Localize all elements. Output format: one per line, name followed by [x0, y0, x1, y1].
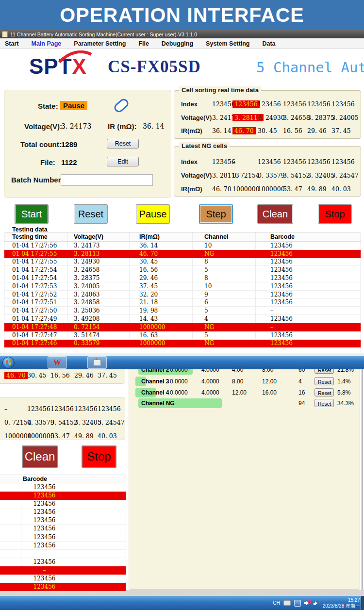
taskbar-middle: W [0, 356, 364, 369]
menu-item-start[interactable]: Start [5, 40, 18, 47]
ng-fragment-value: 3. 54152 [50, 419, 78, 426]
table-cell: 10 [192, 282, 255, 290]
row-value: 123456 [258, 158, 281, 165]
channel-reset-button[interactable]: Reset [314, 388, 334, 396]
keyboard-icon[interactable] [283, 600, 291, 606]
menu-item-main-page[interactable]: Main Page [31, 40, 61, 47]
network-disconnected-icon[interactable]: ✕ [314, 600, 319, 606]
clean-button[interactable]: Clean [257, 204, 293, 224]
channel-reset-button[interactable]: Reset [314, 399, 334, 407]
channel-count: 94 [298, 400, 305, 407]
table-cell: 32. 20 [129, 291, 192, 298]
channel-row-channel-4: Channel 40.00004.000012.0016.0016Reset5.… [129, 388, 360, 398]
app-icon [2, 31, 8, 37]
state-value: Pause [60, 101, 87, 110]
machine-subtitle: 5 Channel Aut [256, 59, 364, 76]
channel-value: 0.0000 [170, 378, 188, 385]
realtime-panel-title: Cell sorting real time data [179, 86, 261, 94]
table-cell: 36. 14 [129, 242, 192, 249]
show-desktop-button[interactable] [361, 596, 364, 610]
table-cell: 1000000 [129, 340, 192, 347]
barcode-row: 123456 [0, 483, 126, 492]
row-label: Index [181, 100, 198, 108]
ng-fragment-value: 40. 03 [98, 432, 117, 440]
channel-name: Channel 4 [141, 389, 169, 396]
row-value: 1000000 [232, 185, 260, 193]
taskbar-wps-button[interactable]: W [48, 356, 67, 369]
table-row: 01-04 17:27:543. 2837529. 468123456 [4, 274, 361, 282]
file-edit-button[interactable]: Edit [107, 157, 139, 166]
table-row: 01-04 17:27:493. 4920814. 434123456 [4, 315, 361, 323]
barcode-header: Barcode [0, 475, 126, 483]
table-row: 01-04 17:27:523. 2406332. 209123456 [4, 291, 361, 299]
table-row: 01-04 17:27:553. 2493030. 458123456 [4, 258, 361, 266]
tray-app-icon[interactable] [294, 600, 301, 607]
ime-language-indicator[interactable]: CH [273, 600, 280, 606]
pause-button[interactable]: Pause [136, 204, 170, 224]
ng-panel-fragment: –1234561234561234561234560. 721540. 3357… [0, 397, 125, 440]
taskbar-sorting-app-button[interactable] [87, 356, 107, 369]
ir-label: IR (mΩ): [108, 122, 137, 131]
row-value: 123456 [283, 100, 306, 108]
barcode-value: 123456 [21, 500, 67, 507]
table-cell: – [255, 307, 360, 314]
menu-item-file[interactable]: File [138, 40, 149, 47]
barcode-row: 123456 [0, 516, 126, 525]
volume-muted-icon[interactable]: ✕ [304, 600, 310, 606]
barcode-value: 123456 [21, 509, 67, 515]
start-orb-button[interactable] [2, 357, 15, 369]
voltage-label: Voltage(V): [24, 122, 62, 131]
table-cell: 01-04 17:27:54 [4, 266, 67, 274]
barcode-value: 123456 [21, 583, 67, 590]
stop-button-2[interactable]: Stop [82, 445, 116, 468]
table-cell: 01-04 17:27:55 [4, 250, 67, 258]
table-row: 01-04 17:27:473. 5147416. 635123456 [4, 331, 361, 340]
row-value: 0. 72154 [232, 172, 260, 179]
ir-value: 36. 14 [143, 122, 165, 130]
stop-button[interactable]: Stop [318, 204, 352, 224]
table-cell: 3. 28375 [67, 274, 129, 282]
column-header: Voltage(V) [67, 232, 129, 241]
table-cell: 16. 56 [129, 266, 192, 274]
channel-name: Channel 3 [141, 378, 169, 385]
table-cell: 01-04 17:27:49 [4, 315, 67, 323]
channel-value: 12.00 [232, 389, 247, 396]
menu-item-parameter-setting[interactable]: Parameter Setting [74, 40, 126, 47]
row-value: 123456 [212, 100, 235, 108]
column-header: Barcode [255, 232, 360, 241]
row-value: 0. 33579 [258, 172, 285, 179]
window-title: 11 Channel Battery Automatic Sorting Mac… [10, 32, 197, 37]
menu-item-system-setting[interactable]: System Setting [206, 40, 249, 47]
barcode-table: Barcode 12345612345612345612345612345612… [0, 475, 126, 591]
menu-item-debugging[interactable]: Debugging [162, 40, 193, 47]
start-button[interactable]: Start [15, 204, 49, 224]
menu-item-data[interactable]: Data [262, 40, 275, 47]
taskbar-clock[interactable]: 15:27 2023/8/28 星期一 [323, 597, 360, 609]
table-cell: 123456 [255, 274, 360, 282]
table-cell: 14. 43 [129, 315, 192, 323]
table-cell: 123456 [255, 291, 360, 298]
table-row: 01-04 17:27:543. 2465816. 565123456 [4, 266, 361, 274]
wps-icon: W [53, 358, 61, 367]
table-cell: 3. 24005 [67, 282, 129, 290]
reset-button[interactable]: Reset [74, 204, 108, 224]
row-value: 46. 70 [212, 185, 232, 193]
channel-value: 16.00 [262, 389, 277, 396]
row-value: 40. 03 [331, 185, 351, 193]
table-row: 01-04 17:27:480. 721541000000NG– [4, 323, 361, 331]
row-value: 49. 89 [307, 185, 327, 193]
table-cell: 8 [192, 258, 255, 266]
table-cell: 46. 70 [129, 250, 192, 258]
count-reset-button[interactable]: Reset [107, 139, 139, 148]
table-cell: 29. 46 [129, 274, 192, 282]
table-cell: 5 [192, 307, 255, 314]
table-cell: 01-04 17:27:52 [4, 291, 67, 298]
batch-number-input[interactable] [61, 174, 153, 186]
channel-reset-button[interactable]: Reset [314, 377, 334, 385]
step-button[interactable]: Step [199, 204, 233, 224]
table-cell: – [255, 323, 360, 331]
row-value: 123456 [307, 158, 331, 165]
row-value: 3. 24930 [258, 114, 285, 121]
ng-fragment-value: 123456 [27, 405, 50, 412]
clean-button-2[interactable]: Clean [22, 445, 58, 468]
